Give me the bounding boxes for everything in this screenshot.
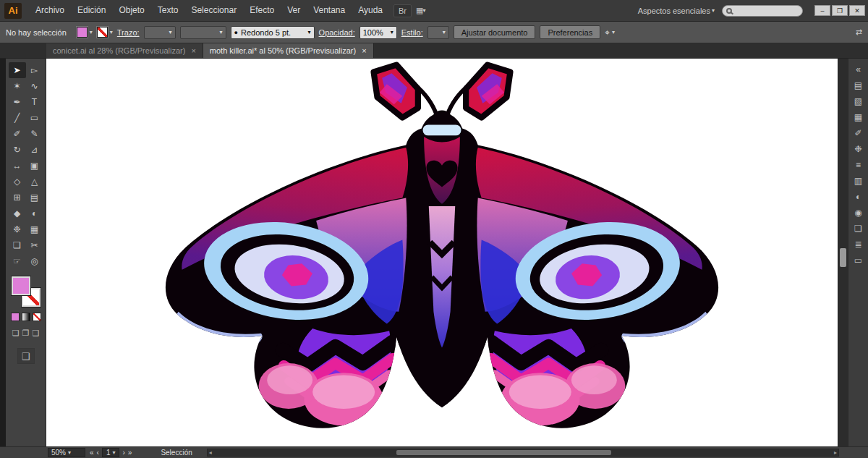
none-button[interactable] bbox=[33, 313, 41, 321]
style-label[interactable]: Estilo: bbox=[401, 28, 423, 37]
opacity-label[interactable]: Opacidad: bbox=[319, 28, 355, 37]
zoom-tool-icon[interactable]: ◎ bbox=[26, 253, 43, 269]
gradient-panel-icon[interactable]: ▥ bbox=[851, 173, 867, 189]
search-box[interactable] bbox=[722, 5, 803, 17]
tool-options-icon[interactable]: ⌖ bbox=[605, 27, 610, 38]
menubar-items: ArchivoEdiciónObjetoTextoSeleccionarEfec… bbox=[29, 0, 389, 21]
style-dropdown[interactable]: ▾ bbox=[427, 26, 449, 39]
width-profile-dropdown[interactable]: ▾ bbox=[180, 26, 226, 39]
appearance-panel-icon[interactable]: ◉ bbox=[851, 205, 867, 221]
opacity-dropdown[interactable]: 100% ▾ bbox=[359, 26, 397, 39]
fit-document-button[interactable]: Ajustar documento bbox=[454, 25, 536, 39]
tools-panel: ➤▻✶∿✒T╱▭✐✎↻⊿↔▣◇△⊞▤◆◐❉▦❏✂☞◎ ❏❐❑ ❑ bbox=[6, 59, 46, 446]
symbols-panel-icon[interactable]: ❉ bbox=[851, 141, 867, 157]
magic-wand-tool-icon[interactable]: ✶ bbox=[9, 78, 26, 94]
next-artboard-button[interactable]: › bbox=[122, 449, 124, 457]
rectangle-tool-icon[interactable]: ▭ bbox=[26, 110, 43, 126]
tab-close-icon[interactable]: × bbox=[362, 46, 366, 55]
width-tool-icon[interactable]: ↔ bbox=[9, 158, 26, 174]
drawing-mode-button-3[interactable]: ❑ bbox=[32, 328, 39, 338]
scroll-left-icon[interactable]: ◂ bbox=[209, 449, 212, 456]
line-segment-tool-icon[interactable]: ╱ bbox=[9, 110, 26, 126]
type-tool-icon[interactable]: T bbox=[26, 94, 43, 110]
stroke-label[interactable]: Trazo: bbox=[117, 28, 140, 37]
menu-objeto[interactable]: Objeto bbox=[112, 0, 150, 21]
brushes-panel-icon[interactable]: ✐ bbox=[851, 125, 867, 141]
chevron-down-icon[interactable]: ▾ bbox=[110, 29, 113, 35]
restore-button[interactable]: ❐ bbox=[832, 5, 848, 16]
scroll-right-icon[interactable]: ▸ bbox=[834, 449, 837, 456]
workspace-switcher[interactable]: Aspectos esenciales ▾ bbox=[638, 7, 715, 15]
artboards-panel-icon[interactable]: ▭ bbox=[851, 253, 867, 268]
previous-artboard-button[interactable]: ‹ bbox=[97, 449, 99, 457]
menu-edición[interactable]: Edición bbox=[71, 0, 112, 21]
menu-archivo[interactable]: Archivo bbox=[29, 0, 71, 21]
rotate-tool-icon[interactable]: ↻ bbox=[9, 142, 26, 158]
transparency-panel-icon[interactable]: ◐ bbox=[851, 189, 867, 205]
chevron-down-icon[interactable]: ▾ bbox=[612, 29, 615, 35]
menu-efecto[interactable]: Efecto bbox=[243, 0, 281, 21]
horizontal-scrollbar-thumb[interactable] bbox=[396, 450, 611, 455]
chevron-down-icon[interactable]: ▾ bbox=[90, 29, 93, 35]
free-transform-tool-icon[interactable]: ▣ bbox=[26, 158, 43, 174]
hand-tool-icon[interactable]: ☞ bbox=[9, 253, 26, 269]
minimize-button[interactable]: – bbox=[814, 5, 830, 16]
graphic-styles-panel-icon[interactable]: ❏ bbox=[851, 221, 867, 237]
collapse-control-panel-icon[interactable]: ⇄ bbox=[856, 27, 862, 37]
selection-tool-icon[interactable]: ➤ bbox=[9, 62, 26, 78]
stroke-width-dropdown[interactable]: ▾ bbox=[144, 26, 176, 39]
vertical-scrollbar[interactable] bbox=[838, 59, 848, 446]
artboard-canvas[interactable] bbox=[46, 59, 838, 446]
menu-texto[interactable]: Texto bbox=[151, 0, 185, 21]
horizontal-scrollbar[interactable]: ◂ ▸ bbox=[207, 449, 839, 457]
stroke-panel-icon[interactable]: ≡ bbox=[851, 157, 867, 173]
document-tab[interactable]: conicet.ai al 28% (RGB/Previsualizar)× bbox=[46, 43, 203, 58]
fill-color-swatch[interactable] bbox=[77, 27, 88, 38]
direct-selection-tool-icon[interactable]: ▻ bbox=[26, 62, 43, 78]
column-graph-tool-icon[interactable]: ▦ bbox=[26, 221, 43, 237]
menu-ventana[interactable]: Ventana bbox=[307, 0, 352, 21]
preferences-button[interactable]: Preferencias bbox=[540, 25, 600, 39]
eyedropper-tool-icon[interactable]: ◆ bbox=[9, 205, 26, 221]
stroke-color-swatch[interactable] bbox=[97, 27, 108, 38]
blend-tool-icon[interactable]: ◐ bbox=[26, 205, 43, 221]
paintbrush-tool-icon[interactable]: ✐ bbox=[9, 126, 26, 142]
search-input[interactable] bbox=[735, 7, 799, 14]
color-button[interactable] bbox=[11, 313, 20, 321]
document-tab[interactable]: moth killer.ai* al 50% (RGB/Previsualiza… bbox=[203, 43, 374, 58]
brush-dropdown[interactable]: ● Redondo 5 pt. ▾ bbox=[231, 26, 315, 39]
menu-ayuda[interactable]: Ayuda bbox=[352, 0, 389, 21]
last-artboard-button[interactable]: » bbox=[128, 449, 132, 457]
artboard-tool-icon[interactable]: ❏ bbox=[9, 237, 26, 253]
pen-tool-icon[interactable]: ✒ bbox=[9, 94, 26, 110]
lasso-tool-icon[interactable]: ∿ bbox=[26, 78, 43, 94]
symbol-sprayer-tool-icon[interactable]: ❉ bbox=[9, 221, 26, 237]
pencil-tool-icon[interactable]: ✎ bbox=[26, 126, 43, 142]
screen-mode-button[interactable]: ❑ bbox=[17, 348, 35, 364]
gradient-tool-icon[interactable]: ▤ bbox=[26, 190, 43, 205]
perspective-grid-tool-icon[interactable]: △ bbox=[26, 174, 43, 190]
artboard-number-dropdown[interactable]: 1 ▾ bbox=[102, 448, 120, 457]
tab-close-icon[interactable]: × bbox=[191, 46, 195, 55]
first-artboard-button[interactable]: « bbox=[90, 449, 94, 457]
color-panel-icon[interactable]: ▤ bbox=[851, 77, 867, 93]
bridge-button[interactable]: Br bbox=[393, 4, 412, 17]
drawing-mode-button-1[interactable]: ❏ bbox=[12, 328, 20, 338]
gradient-button[interactable] bbox=[22, 313, 30, 321]
swatches-panel-icon[interactable]: ▦ bbox=[851, 109, 867, 125]
collapse-panels-icon[interactable]: « bbox=[851, 62, 867, 77]
menu-seleccionar[interactable]: Seleccionar bbox=[184, 0, 243, 21]
menu-ver[interactable]: Ver bbox=[281, 0, 307, 21]
zoom-level-dropdown[interactable]: 50% ▾ bbox=[48, 448, 85, 457]
layers-panel-icon[interactable]: ≣ bbox=[851, 237, 867, 253]
shape-builder-tool-icon[interactable]: ◇ bbox=[9, 174, 26, 190]
drawing-mode-button-2[interactable]: ❐ bbox=[22, 328, 30, 338]
slice-tool-icon[interactable]: ✂ bbox=[26, 237, 43, 253]
close-button[interactable]: ✕ bbox=[849, 5, 865, 16]
scale-tool-icon[interactable]: ⊿ bbox=[26, 142, 43, 158]
color-guide-panel-icon[interactable]: ▧ bbox=[851, 93, 867, 109]
fill-swatch[interactable] bbox=[12, 276, 30, 295]
mesh-tool-icon[interactable]: ⊞ bbox=[9, 190, 26, 205]
arrange-documents-button[interactable]: ▦ ▾ bbox=[416, 6, 425, 15]
vertical-scrollbar-thumb[interactable] bbox=[840, 248, 846, 267]
